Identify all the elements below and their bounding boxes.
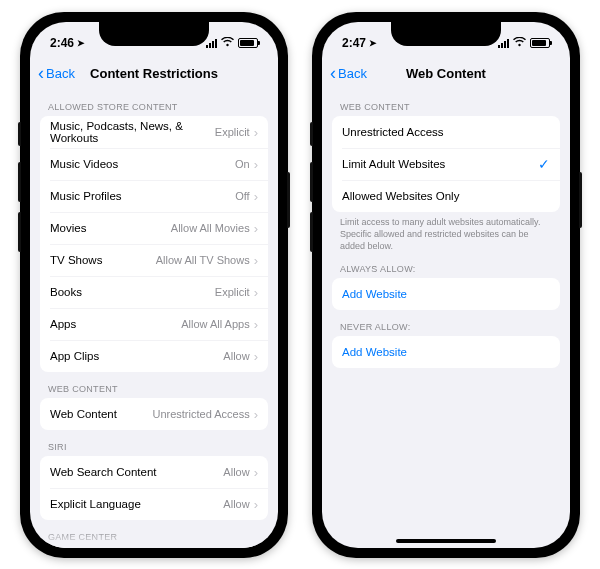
group-options: Unrestricted Access Limit Adult Websites…: [332, 116, 560, 212]
volume-down-button: [18, 122, 21, 146]
volume-down-button: [310, 122, 313, 146]
chevron-right-icon: ›: [254, 349, 258, 364]
back-label: Back: [46, 66, 75, 81]
group-store: Music, Podcasts, News, & WorkoutsExplici…: [40, 116, 268, 372]
chevron-right-icon: ›: [254, 253, 258, 268]
location-icon: ➤: [77, 38, 85, 48]
chevron-left-icon: ‹: [38, 64, 44, 82]
chevron-right-icon: ›: [254, 317, 258, 332]
section-header: WEB CONTENT: [332, 90, 560, 116]
group-always-allow: Add Website: [332, 278, 560, 310]
section-header: SIRI: [40, 430, 268, 456]
volume-down-button-2: [18, 212, 21, 252]
content-left[interactable]: ALLOWED STORE CONTENT Music, Podcasts, N…: [30, 90, 278, 548]
option-allowed-only[interactable]: Allowed Websites Only: [332, 180, 560, 212]
row-multiplayer[interactable]: Multiplayer GamesAllow with Everyone›: [40, 546, 268, 548]
notch: [99, 22, 209, 46]
volume-up-button: [18, 162, 21, 202]
row-web-content[interactable]: Web ContentUnrestricted Access›: [40, 398, 268, 430]
chevron-right-icon: ›: [254, 125, 258, 140]
battery-icon: [530, 38, 550, 48]
chevron-right-icon: ›: [254, 221, 258, 236]
notch: [391, 22, 501, 46]
group-never-allow: Add Website: [332, 336, 560, 368]
section-header: GAME CENTER: [40, 520, 268, 546]
volume-up-button: [310, 162, 313, 202]
status-time: 2:47: [342, 36, 366, 50]
cellular-icon: [498, 38, 509, 48]
option-unrestricted[interactable]: Unrestricted Access: [332, 116, 560, 148]
phone-left: 2:46 ➤ ‹ Back Content Restrictions ALLOW…: [20, 12, 288, 558]
section-header: NEVER ALLOW:: [332, 310, 560, 336]
section-header: ALLOWED STORE CONTENT: [40, 90, 268, 116]
cellular-icon: [206, 38, 217, 48]
back-label: Back: [338, 66, 367, 81]
wifi-icon: [221, 37, 234, 49]
option-limit-adult[interactable]: Limit Adult Websites✓: [332, 148, 560, 180]
chevron-right-icon: ›: [254, 189, 258, 204]
add-website-never[interactable]: Add Website: [332, 336, 560, 368]
row-web-search[interactable]: Web Search ContentAllow›: [40, 456, 268, 488]
add-website-always[interactable]: Add Website: [332, 278, 560, 310]
battery-icon: [238, 38, 258, 48]
home-indicator: [396, 539, 496, 543]
row-app-clips[interactable]: App ClipsAllow›: [40, 340, 268, 372]
screen-left: 2:46 ➤ ‹ Back Content Restrictions ALLOW…: [30, 22, 278, 548]
nav-bar: ‹ Back Web Content: [322, 56, 570, 90]
chevron-right-icon: ›: [254, 497, 258, 512]
chevron-right-icon: ›: [254, 285, 258, 300]
power-button: [579, 172, 582, 228]
row-tv-shows[interactable]: TV ShowsAllow All TV Shows›: [40, 244, 268, 276]
content-right[interactable]: WEB CONTENT Unrestricted Access Limit Ad…: [322, 90, 570, 548]
row-apps[interactable]: AppsAllow All Apps›: [40, 308, 268, 340]
phone-right: 2:47 ➤ ‹ Back Web Content WEB CONTENT Un…: [312, 12, 580, 558]
row-music-profiles[interactable]: Music ProfilesOff›: [40, 180, 268, 212]
check-icon: ✓: [538, 156, 550, 172]
nav-bar: ‹ Back Content Restrictions: [30, 56, 278, 90]
row-music-videos[interactable]: Music VideosOn›: [40, 148, 268, 180]
screen-right: 2:47 ➤ ‹ Back Web Content WEB CONTENT Un…: [322, 22, 570, 548]
row-books[interactable]: BooksExplicit›: [40, 276, 268, 308]
chevron-right-icon: ›: [254, 465, 258, 480]
section-footer: Limit access to many adult websites auto…: [332, 212, 560, 252]
group-siri: Web Search ContentAllow› Explicit Langua…: [40, 456, 268, 520]
volume-down-button-2: [310, 212, 313, 252]
power-button: [287, 172, 290, 228]
row-movies[interactable]: MoviesAllow All Movies›: [40, 212, 268, 244]
status-time: 2:46: [50, 36, 74, 50]
row-explicit-lang[interactable]: Explicit LanguageAllow›: [40, 488, 268, 520]
location-icon: ➤: [369, 38, 377, 48]
wifi-icon: [513, 37, 526, 49]
chevron-right-icon: ›: [254, 407, 258, 422]
back-button[interactable]: ‹ Back: [330, 64, 367, 82]
row-music[interactable]: Music, Podcasts, News, & WorkoutsExplici…: [40, 116, 268, 148]
group-web: Web ContentUnrestricted Access›: [40, 398, 268, 430]
back-button[interactable]: ‹ Back: [38, 64, 75, 82]
chevron-right-icon: ›: [254, 157, 258, 172]
chevron-left-icon: ‹: [330, 64, 336, 82]
group-gamecenter: Multiplayer GamesAllow with Everyone› Ad…: [40, 546, 268, 548]
section-header: ALWAYS ALLOW:: [332, 252, 560, 278]
section-header: WEB CONTENT: [40, 372, 268, 398]
